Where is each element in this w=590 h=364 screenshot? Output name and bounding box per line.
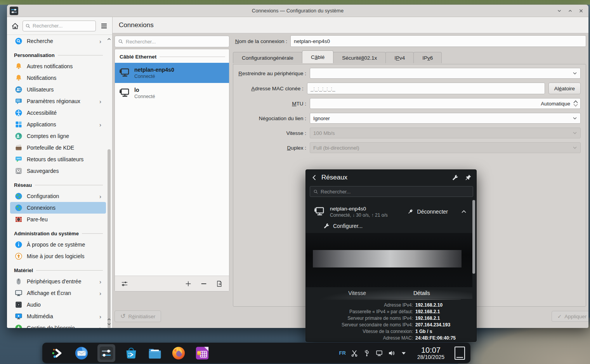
tab-configuration-generale[interactable]: Configuration générale xyxy=(233,52,302,63)
detail-row: Vitesse de la connexion:1 Gb / s xyxy=(306,328,468,335)
reset-button[interactable]: ↺ Réinitialiser xyxy=(115,311,161,322)
link-negotiation-combobox[interactable]: Ignorer xyxy=(310,113,581,124)
sidebar-item-utilisateurs[interactable]: Utilisateurs xyxy=(10,84,106,95)
sidebar-item-audio[interactable]: Audio xyxy=(10,299,106,311)
popup-tab-vitesse[interactable]: Vitesse xyxy=(346,288,368,298)
scrollbar-thumb[interactable] xyxy=(108,149,111,328)
chevron-right-icon: › xyxy=(99,38,103,45)
back-icon[interactable] xyxy=(311,174,318,181)
taskbar-app-libreoffice[interactable] xyxy=(194,345,210,361)
sidebar-scrollbar[interactable] xyxy=(107,36,111,328)
sidebar-item-retours-des-utilisateurs[interactable]: Retours des utilisateurs xyxy=(10,154,106,165)
tray-expand-caret-icon[interactable] xyxy=(401,350,406,356)
globe-icon xyxy=(15,192,23,200)
sidebar-item-configuration[interactable]: Configuration› xyxy=(10,190,106,202)
taskbar-app-discover[interactable] xyxy=(123,345,139,361)
tab-ipv6[interactable]: IPv6 xyxy=(413,52,442,63)
multimedia-icon xyxy=(15,312,23,320)
configure-connection-button[interactable]: Configurer... xyxy=(323,223,363,229)
popup-connection-item[interactable]: netplan-enp4s0 Connecté, ↓ 30 o/s, ↑ 21 … xyxy=(310,202,468,222)
spin-down-icon[interactable] xyxy=(573,104,578,107)
tray-usb-icon[interactable] xyxy=(363,349,371,357)
home-icon[interactable] xyxy=(11,22,19,30)
restrict-device-combobox[interactable] xyxy=(310,68,581,79)
popup-search-input[interactable] xyxy=(321,189,470,195)
sidebar-item-mise-a-jour-des-logiciels[interactable]: Mise à jour des logiciels xyxy=(10,250,106,262)
connection-list-search[interactable] xyxy=(115,36,229,47)
connection-name-input[interactable] xyxy=(290,35,586,47)
window-titlebar[interactable]: Connexions — Configuration du système xyxy=(7,5,588,17)
tray-network-monitor-icon[interactable] xyxy=(375,349,383,357)
mtu-spinbox[interactable]: Automatique xyxy=(310,98,581,109)
chevron-right-icon: › xyxy=(99,325,103,328)
cloned-mac-input[interactable] xyxy=(307,83,545,94)
sidebar-item-comptes-en-ligne[interactable]: Comptes en ligne xyxy=(10,130,106,142)
popup-tab-details[interactable]: Détails xyxy=(411,288,432,298)
sidebar-item-connexions[interactable]: Connexions xyxy=(10,202,106,214)
add-connection-icon[interactable] xyxy=(184,279,193,288)
sidebar-item-pare-feu[interactable]: Pare-feu xyxy=(10,214,106,225)
sidebar-item-peripheriques-d-entree[interactable]: Périphériques d'entrée› xyxy=(10,276,106,287)
random-mac-button[interactable]: Aléatoire xyxy=(548,83,581,94)
sidebar-item-a-propos-de-ce-systeme[interactable]: À propos de ce système xyxy=(10,239,106,250)
taskbar-app-app-launcher[interactable] xyxy=(50,345,66,361)
clock-time: 10:07 xyxy=(417,346,444,354)
taskbar-app-firefox[interactable] xyxy=(171,345,186,361)
settings-sidebar: Recherche›PersonnalisationAutres notific… xyxy=(7,17,113,328)
sidebar-item-notifications[interactable]: Notifications xyxy=(10,72,106,84)
connection-item-netplan-enp4s0[interactable]: netplan-enp4s0Connecté xyxy=(115,63,229,83)
export-connection-icon[interactable] xyxy=(215,279,224,288)
close-icon[interactable] xyxy=(578,7,585,14)
sidebar-item-sauvegardes[interactable]: Sauvegardes xyxy=(10,165,106,177)
sidebar-item-applications[interactable]: Applications› xyxy=(10,119,106,130)
accessibility-icon xyxy=(15,109,23,117)
configure-filter-icon[interactable] xyxy=(120,279,129,288)
show-desktop-widget[interactable] xyxy=(455,347,465,360)
sidebar-item-label: Paramètres régionaux xyxy=(27,98,95,104)
remove-connection-icon[interactable] xyxy=(200,279,208,288)
hamburger-menu-icon[interactable] xyxy=(99,21,109,31)
detail-row: Serveur secondaire de noms IPv4:207.164.… xyxy=(306,321,468,328)
sidebar-item-portefeuille-de-kde[interactable]: Portefeuille de KDE xyxy=(10,142,106,154)
sidebar-item-gestion-de-l-energie[interactable]: Gestion de l'énergie› xyxy=(10,322,106,328)
sidebar-item-recherche[interactable]: Recherche› xyxy=(10,35,106,47)
maximize-icon[interactable] xyxy=(567,7,574,14)
configure-wrench-icon[interactable] xyxy=(451,174,458,181)
sidebar-item-multimedia[interactable]: Multimédia› xyxy=(10,311,106,322)
sidebar-item-parametres-regionaux[interactable]: Paramètres régionaux› xyxy=(10,95,106,107)
chevron-down-icon xyxy=(572,130,578,136)
disconnect-button[interactable]: Déconnecter xyxy=(417,209,448,215)
collapse-chevron-icon[interactable] xyxy=(460,208,468,216)
minimize-icon[interactable] xyxy=(556,7,563,14)
sidebar-section-header: Matériel xyxy=(9,262,107,276)
detail-label: Passerelle « IPv4 » par défaut: xyxy=(306,309,413,314)
tab-securite-802-1x[interactable]: Sécurité 802.1x xyxy=(333,52,386,63)
scroll-up-icon[interactable] xyxy=(107,37,111,41)
search-icon xyxy=(118,39,123,44)
detail-value: 192.168.2.10 xyxy=(415,302,442,308)
taskbar-app-system-settings[interactable] xyxy=(97,344,115,362)
sidebar-item-affichage-et-ecran[interactable]: Affichage et Écran› xyxy=(10,287,106,299)
connection-item-lo[interactable]: loConnecté xyxy=(115,83,229,103)
popup-search[interactable] xyxy=(310,186,473,197)
tray-clipboard-scissors-icon[interactable] xyxy=(351,349,358,357)
speed-combobox-disabled: 100 Mb/s xyxy=(310,128,581,138)
popup-scrollbar-thumb[interactable] xyxy=(472,200,475,274)
wired-network-icon xyxy=(314,206,325,217)
spin-up-icon[interactable] xyxy=(573,100,578,104)
sidebar-search-input[interactable] xyxy=(33,23,93,29)
connection-search-input[interactable] xyxy=(126,39,226,45)
tray-volume-icon[interactable] xyxy=(388,349,396,357)
apply-button[interactable]: ✓ Appliquer xyxy=(552,311,588,322)
sidebar-item-autres-notifications[interactable]: Autres notifications xyxy=(10,60,106,72)
keyboard-layout-indicator[interactable]: FR xyxy=(339,350,346,356)
taskbar-app-thunderbird[interactable] xyxy=(74,345,89,361)
sidebar-search[interactable] xyxy=(23,21,96,31)
tab-ipv4[interactable]: IPv4 xyxy=(385,52,414,63)
taskbar-app-dolphin[interactable] xyxy=(147,345,163,361)
sidebar-item-accessibilite[interactable]: Accessibilité xyxy=(10,107,106,119)
digital-clock[interactable]: 10:07 28/10/2025 xyxy=(417,346,444,360)
tab-cable[interactable]: Câblé xyxy=(302,50,333,63)
duplex-label: Duplex : xyxy=(233,145,306,151)
pin-icon[interactable] xyxy=(465,174,472,181)
